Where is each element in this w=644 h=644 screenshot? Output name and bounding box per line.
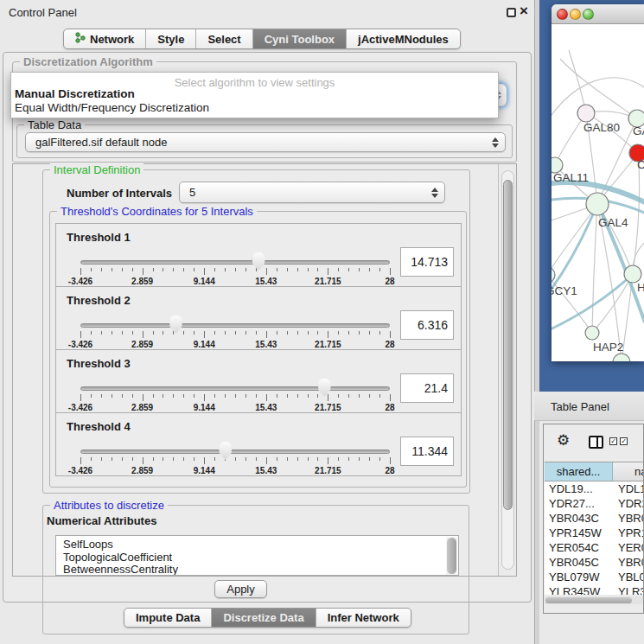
list-scrollbar-thumb[interactable] xyxy=(447,538,456,574)
close-icon[interactable]: × xyxy=(520,3,528,20)
table-cell-name[interactable]: YBR0 xyxy=(613,555,643,570)
number-of-intervals-combobox[interactable]: 5 xyxy=(179,182,445,203)
threshold-row: Threshold 2-3.4262.8599.14415.4321.71528… xyxy=(55,286,462,350)
network-edge xyxy=(633,153,640,274)
table-cell-name[interactable]: YER0 xyxy=(613,540,643,555)
table-data-combobox[interactable]: galFiltered.sif default node xyxy=(25,132,506,152)
attribute-list-item[interactable]: TopologicalCoefficient xyxy=(56,552,458,564)
threshold-coordinates-label: Threshold's Coordinates for 5 Intervals xyxy=(57,205,257,218)
slider-tick-labels: -3.4262.8599.14415.4321.71528 xyxy=(80,277,390,286)
table-row[interactable]: YDL19...YDL1 xyxy=(545,481,643,496)
network-node[interactable] xyxy=(624,265,641,283)
float-window-icon[interactable] xyxy=(507,8,516,17)
table-hscrollbar-thumb[interactable] xyxy=(545,597,632,603)
threshold-label: Threshold 2 xyxy=(67,294,131,307)
table-row[interactable]: YBL079WYBL0 xyxy=(545,570,643,584)
discretization-algorithm-label: Discretization Algorithm xyxy=(20,55,156,68)
settings-scrollbar-thumb[interactable] xyxy=(503,180,513,510)
threshold-slider[interactable]: -3.4262.8599.14415.4321.71528 xyxy=(80,318,390,348)
table-cell-name[interactable]: YBL0 xyxy=(613,570,643,584)
column-header-name[interactable]: na xyxy=(613,462,643,481)
table-cell-shared-name[interactable]: YBR043C xyxy=(545,511,613,526)
slider-track[interactable] xyxy=(80,260,390,265)
bottom-tab-infer-network[interactable]: Infer Network xyxy=(316,609,411,627)
attributes-label: Attributes to discretize xyxy=(50,499,168,512)
list-scrollbar[interactable] xyxy=(446,537,457,575)
tab-cyni-toolbox[interactable]: Cyni Toolbox xyxy=(253,29,347,48)
combo-arrows-icon xyxy=(431,188,438,198)
control-panel: Control Panel × NetworkStyleSelectCyni T… xyxy=(0,0,534,644)
columns-icon[interactable] xyxy=(589,436,603,449)
checkbox-icon[interactable]: ✓ xyxy=(620,437,628,445)
threshold-value-field[interactable]: 6.316 xyxy=(400,310,454,340)
table-cell-name[interactable]: YPR1 xyxy=(613,526,643,540)
tab-label: Select xyxy=(207,33,240,46)
slider-track[interactable] xyxy=(80,386,390,391)
threshold-label: Threshold 1 xyxy=(67,231,131,244)
bottom-tab-discretize-data[interactable]: Discretize Data xyxy=(212,609,316,627)
close-traffic-light[interactable] xyxy=(557,9,568,20)
table-data-combobox-value: galFiltered.sif default node xyxy=(26,136,167,149)
numerical-attributes-label: Numerical Attributes xyxy=(47,514,156,527)
table-cell-name[interactable]: YLR3 xyxy=(613,584,643,595)
tab-style[interactable]: Style xyxy=(146,29,196,48)
table-cell-shared-name[interactable]: YBR045C xyxy=(545,555,613,570)
apply-button[interactable]: Apply xyxy=(214,580,267,598)
screen: Control Panel × NetworkStyleSelectCyni T… xyxy=(0,0,644,644)
table-row[interactable]: YER054CYER0 xyxy=(545,540,643,555)
threshold-slider[interactable]: -3.4262.8599.14415.4321.71528 xyxy=(80,444,390,474)
tab-label: jActiveMNodules xyxy=(358,33,449,46)
settings-scrollbar[interactable] xyxy=(501,170,514,570)
attribute-list-item[interactable]: SelfLoops xyxy=(56,539,458,552)
tab-select[interactable]: Select xyxy=(196,29,252,48)
threshold-value-field[interactable]: 14.713 xyxy=(400,247,454,277)
threshold-value-field[interactable]: 11.344 xyxy=(400,437,454,466)
table-header-row: shared... na xyxy=(545,462,643,481)
network-node[interactable] xyxy=(577,105,595,122)
minimize-traffic-light[interactable] xyxy=(570,9,581,20)
slider-ticks xyxy=(80,331,390,340)
threshold-coordinates-group: Threshold's Coordinates for 5 Intervals … xyxy=(49,211,467,488)
table-cell-shared-name[interactable]: YER054C xyxy=(545,540,613,555)
interval-definition-label: Interval Definition xyxy=(50,163,143,176)
attribute-list-item[interactable]: BetweennessCentrality xyxy=(56,564,458,576)
table-row[interactable]: YDR27...YDR2 xyxy=(545,496,643,511)
table-cell-shared-name[interactable]: YDR27... xyxy=(545,496,613,511)
threshold-slider[interactable]: -3.4262.8599.14415.4321.71528 xyxy=(80,381,390,411)
numerical-attributes-list[interactable]: SelfLoopsTopologicalCoefficientBetweenne… xyxy=(55,535,459,576)
network-edge xyxy=(592,204,597,333)
threshold-row: Threshold 4-3.4262.8599.14415.4321.71528… xyxy=(55,412,462,476)
network-node[interactable] xyxy=(586,193,609,215)
network-canvas[interactable]: GAL80GACGAL11GAL4GCY1HHAP2 xyxy=(552,24,644,361)
column-header-shared[interactable]: shared... xyxy=(545,462,613,481)
threshold-slider[interactable]: -3.4262.8599.14415.4321.71528 xyxy=(80,255,390,284)
checkbox-icon[interactable]: ✓ xyxy=(609,437,617,445)
network-window-titlebar[interactable] xyxy=(552,4,644,24)
network-node[interactable] xyxy=(552,267,555,283)
table-cell-name[interactable]: YDL1 xyxy=(613,481,643,496)
table-row[interactable]: YLR345WYLR3 xyxy=(545,584,643,595)
network-node[interactable] xyxy=(613,354,630,361)
table-row[interactable]: YBR043CYBR0 xyxy=(545,511,643,526)
tab-jactivemnodules[interactable]: jActiveMNodules xyxy=(347,29,460,48)
table-cell-shared-name[interactable]: YBL079W xyxy=(545,570,613,584)
zoom-traffic-light[interactable] xyxy=(583,9,594,20)
table-cell-name[interactable]: YBR0 xyxy=(613,511,643,526)
threshold-value-field[interactable]: 21.4 xyxy=(400,373,454,403)
network-node[interactable] xyxy=(585,326,599,340)
table-row[interactable]: YPR145WYPR1 xyxy=(545,526,643,540)
slider-track[interactable] xyxy=(80,323,390,328)
table-cell-shared-name[interactable]: YDL19... xyxy=(545,481,613,496)
dropdown-item-equal-width-frequency[interactable]: Equal Width/Frequency Discretization xyxy=(15,101,209,114)
dropdown-item-manual-discretization[interactable]: Manual Discretization xyxy=(15,87,135,100)
table-cell-name[interactable]: YDR2 xyxy=(613,496,643,511)
table-row[interactable]: YBR045CYBR0 xyxy=(545,555,643,570)
network-node-label: C xyxy=(637,158,644,171)
table-cell-shared-name[interactable]: YPR145W xyxy=(545,526,613,540)
tab-network[interactable]: Network xyxy=(64,29,146,48)
table-hscrollbar[interactable] xyxy=(545,596,643,604)
bottom-tab-impute-data[interactable]: Impute Data xyxy=(124,609,212,627)
slider-track[interactable] xyxy=(80,450,390,454)
gear-icon[interactable]: ⚙ xyxy=(557,433,570,448)
table-cell-shared-name[interactable]: YLR345W xyxy=(545,584,613,595)
